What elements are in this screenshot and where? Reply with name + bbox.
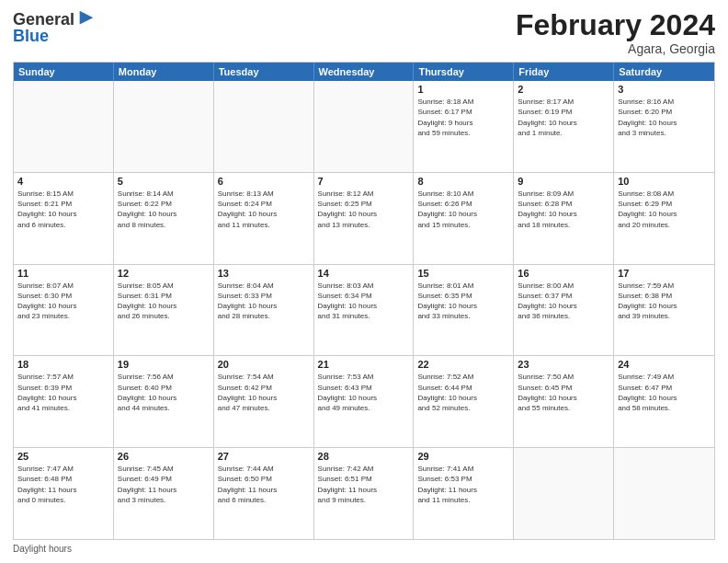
- calendar-cell: 10Sunrise: 8:08 AM Sunset: 6:29 PM Dayli…: [614, 173, 714, 264]
- day-info: Sunrise: 8:09 AM Sunset: 6:28 PM Dayligh…: [518, 189, 609, 230]
- calendar-cell: [114, 81, 214, 172]
- svg-marker-0: [80, 11, 94, 25]
- calendar-cell: 16Sunrise: 8:00 AM Sunset: 6:37 PM Dayli…: [514, 265, 614, 356]
- calendar-cell: 4Sunrise: 8:15 AM Sunset: 6:21 PM Daylig…: [14, 173, 114, 264]
- calendar-week-2: 4Sunrise: 8:15 AM Sunset: 6:21 PM Daylig…: [14, 173, 714, 265]
- day-number: 18: [17, 359, 109, 370]
- day-number: 3: [618, 84, 711, 95]
- day-info: Sunrise: 8:17 AM Sunset: 6:19 PM Dayligh…: [518, 97, 609, 138]
- calendar-cell: 7Sunrise: 8:12 AM Sunset: 6:25 PM Daylig…: [314, 173, 415, 264]
- day-info: Sunrise: 8:10 AM Sunset: 6:26 PM Dayligh…: [417, 189, 509, 230]
- calendar-cell: 6Sunrise: 8:13 AM Sunset: 6:24 PM Daylig…: [214, 173, 314, 264]
- calendar-cell: 1Sunrise: 8:18 AM Sunset: 6:17 PM Daylig…: [414, 81, 514, 172]
- calendar: SundayMondayTuesdayWednesdayThursdayFrid…: [13, 62, 715, 540]
- day-number: 22: [417, 359, 509, 370]
- calendar-body: 1Sunrise: 8:18 AM Sunset: 6:17 PM Daylig…: [14, 81, 714, 539]
- day-info: Sunrise: 7:54 AM Sunset: 6:42 PM Dayligh…: [218, 372, 310, 413]
- day-number: 17: [618, 268, 711, 279]
- day-info: Sunrise: 8:04 AM Sunset: 6:33 PM Dayligh…: [218, 281, 310, 322]
- calendar-cell: 19Sunrise: 7:56 AM Sunset: 6:40 PM Dayli…: [114, 356, 214, 447]
- calendar-cell: 5Sunrise: 8:14 AM Sunset: 6:22 PM Daylig…: [114, 173, 214, 264]
- day-info: Sunrise: 8:05 AM Sunset: 6:31 PM Dayligh…: [118, 281, 210, 322]
- day-number: 28: [318, 451, 410, 462]
- weekday-header-saturday: Saturday: [614, 63, 714, 81]
- day-info: Sunrise: 7:59 AM Sunset: 6:38 PM Dayligh…: [618, 281, 711, 322]
- calendar-cell: 25Sunrise: 7:47 AM Sunset: 6:48 PM Dayli…: [14, 448, 114, 539]
- day-number: 9: [518, 176, 609, 187]
- day-info: Sunrise: 8:16 AM Sunset: 6:20 PM Dayligh…: [618, 97, 711, 138]
- day-number: 12: [118, 268, 210, 279]
- day-number: 25: [17, 451, 109, 462]
- calendar-cell: [14, 81, 114, 172]
- day-number: 19: [118, 359, 210, 370]
- calendar-cell: 29Sunrise: 7:41 AM Sunset: 6:53 PM Dayli…: [414, 448, 514, 539]
- calendar-cell: [214, 81, 314, 172]
- day-info: Sunrise: 8:00 AM Sunset: 6:37 PM Dayligh…: [518, 281, 609, 322]
- day-info: Sunrise: 7:41 AM Sunset: 6:53 PM Dayligh…: [417, 464, 509, 505]
- logo: General Blue: [13, 9, 97, 46]
- calendar-cell: 9Sunrise: 8:09 AM Sunset: 6:28 PM Daylig…: [514, 173, 614, 264]
- day-number: 4: [17, 176, 109, 187]
- calendar-cell: 21Sunrise: 7:53 AM Sunset: 6:43 PM Dayli…: [314, 356, 415, 447]
- day-info: Sunrise: 7:57 AM Sunset: 6:39 PM Dayligh…: [17, 372, 109, 413]
- day-number: 11: [17, 268, 109, 279]
- calendar-cell: 11Sunrise: 8:07 AM Sunset: 6:30 PM Dayli…: [14, 265, 114, 356]
- day-number: 8: [417, 176, 509, 187]
- calendar-cell: 12Sunrise: 8:05 AM Sunset: 6:31 PM Dayli…: [114, 265, 214, 356]
- calendar-cell: 13Sunrise: 8:04 AM Sunset: 6:33 PM Dayli…: [214, 265, 314, 356]
- calendar-cell: 3Sunrise: 8:16 AM Sunset: 6:20 PM Daylig…: [614, 81, 714, 172]
- day-info: Sunrise: 8:12 AM Sunset: 6:25 PM Dayligh…: [318, 189, 410, 230]
- calendar-week-1: 1Sunrise: 8:18 AM Sunset: 6:17 PM Daylig…: [14, 81, 714, 173]
- calendar-cell: [314, 81, 415, 172]
- day-info: Sunrise: 8:14 AM Sunset: 6:22 PM Dayligh…: [118, 189, 210, 230]
- day-info: Sunrise: 7:42 AM Sunset: 6:51 PM Dayligh…: [318, 464, 410, 505]
- calendar-cell: 18Sunrise: 7:57 AM Sunset: 6:39 PM Dayli…: [14, 356, 114, 447]
- title-block: February 2024 Agara, Georgia: [516, 9, 715, 56]
- calendar-week-5: 25Sunrise: 7:47 AM Sunset: 6:48 PM Dayli…: [14, 448, 714, 539]
- day-info: Sunrise: 8:15 AM Sunset: 6:21 PM Dayligh…: [17, 189, 109, 230]
- calendar-cell: 15Sunrise: 8:01 AM Sunset: 6:35 PM Dayli…: [414, 265, 514, 356]
- weekday-header-monday: Monday: [114, 63, 214, 81]
- day-number: 23: [518, 359, 609, 370]
- day-number: 16: [518, 268, 609, 279]
- calendar-header-row: SundayMondayTuesdayWednesdayThursdayFrid…: [14, 63, 714, 81]
- day-info: Sunrise: 8:18 AM Sunset: 6:17 PM Dayligh…: [417, 97, 509, 138]
- day-info: Sunrise: 7:49 AM Sunset: 6:47 PM Dayligh…: [618, 372, 711, 413]
- calendar-cell: 17Sunrise: 7:59 AM Sunset: 6:38 PM Dayli…: [614, 265, 714, 356]
- day-info: Sunrise: 8:03 AM Sunset: 6:34 PM Dayligh…: [318, 281, 410, 322]
- calendar-cell: 23Sunrise: 7:50 AM Sunset: 6:45 PM Dayli…: [514, 356, 614, 447]
- day-number: 10: [618, 176, 711, 187]
- calendar-cell: 26Sunrise: 7:45 AM Sunset: 6:49 PM Dayli…: [114, 448, 214, 539]
- calendar-cell: 2Sunrise: 8:17 AM Sunset: 6:19 PM Daylig…: [514, 81, 614, 172]
- day-number: 13: [218, 268, 310, 279]
- day-info: Sunrise: 7:52 AM Sunset: 6:44 PM Dayligh…: [417, 372, 509, 413]
- day-number: 2: [518, 84, 609, 95]
- page-header: General Blue February 2024 Agara, Georgi…: [13, 9, 715, 56]
- day-info: Sunrise: 8:07 AM Sunset: 6:30 PM Dayligh…: [17, 281, 109, 322]
- day-info: Sunrise: 7:45 AM Sunset: 6:49 PM Dayligh…: [118, 464, 210, 505]
- weekday-header-wednesday: Wednesday: [314, 63, 415, 81]
- logo-blue-text: Blue: [13, 27, 97, 46]
- calendar-cell: 27Sunrise: 7:44 AM Sunset: 6:50 PM Dayli…: [214, 448, 314, 539]
- calendar-cell: 24Sunrise: 7:49 AM Sunset: 6:47 PM Dayli…: [614, 356, 714, 447]
- day-number: 5: [118, 176, 210, 187]
- calendar-subtitle: Agara, Georgia: [516, 41, 715, 56]
- weekday-header-friday: Friday: [514, 63, 614, 81]
- day-number: 6: [218, 176, 310, 187]
- day-info: Sunrise: 7:44 AM Sunset: 6:50 PM Dayligh…: [218, 464, 310, 505]
- day-number: 24: [618, 359, 711, 370]
- calendar-cell: 8Sunrise: 8:10 AM Sunset: 6:26 PM Daylig…: [414, 173, 514, 264]
- day-info: Sunrise: 8:01 AM Sunset: 6:35 PM Dayligh…: [417, 281, 509, 322]
- calendar-cell: 14Sunrise: 8:03 AM Sunset: 6:34 PM Dayli…: [314, 265, 415, 356]
- day-info: Sunrise: 8:08 AM Sunset: 6:29 PM Dayligh…: [618, 189, 711, 230]
- calendar-cell: 28Sunrise: 7:42 AM Sunset: 6:51 PM Dayli…: [314, 448, 415, 539]
- day-number: 15: [417, 268, 509, 279]
- calendar-week-3: 11Sunrise: 8:07 AM Sunset: 6:30 PM Dayli…: [14, 265, 714, 357]
- day-info: Sunrise: 7:50 AM Sunset: 6:45 PM Dayligh…: [518, 372, 609, 413]
- day-number: 14: [318, 268, 410, 279]
- day-number: 26: [118, 451, 210, 462]
- calendar-cell: [614, 448, 714, 539]
- day-info: Sunrise: 7:47 AM Sunset: 6:48 PM Dayligh…: [17, 464, 109, 505]
- weekday-header-thursday: Thursday: [414, 63, 514, 81]
- day-number: 27: [218, 451, 310, 462]
